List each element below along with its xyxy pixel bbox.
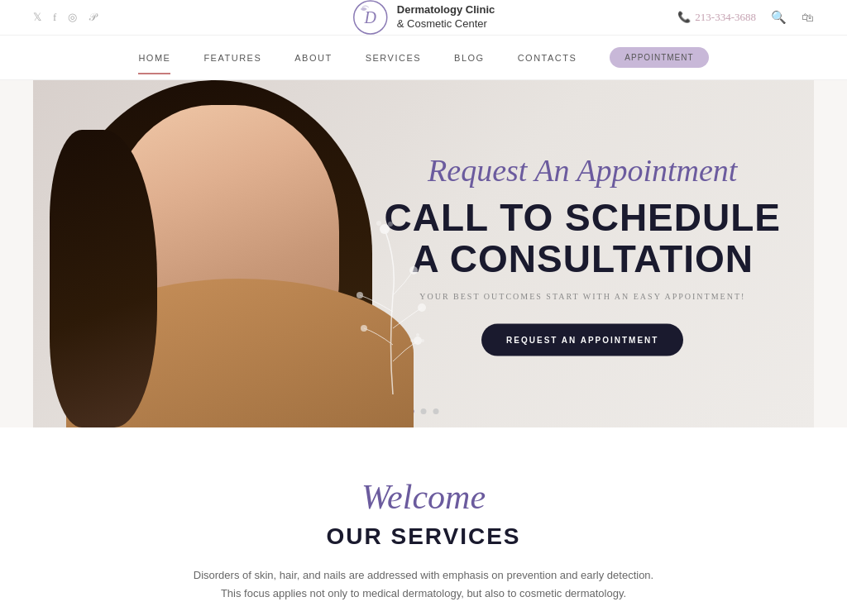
twitter-icon[interactable]: 𝕏 bbox=[33, 11, 41, 24]
logo-icon: D bbox=[352, 0, 389, 36]
svg-point-7 bbox=[416, 333, 419, 337]
welcome-text-line2: This focus applies not only to medical d… bbox=[165, 585, 682, 603]
svg-point-5 bbox=[357, 292, 363, 298]
nav-item-services[interactable]: SERVICES bbox=[366, 53, 421, 63]
facebook-icon[interactable]: f bbox=[53, 11, 56, 24]
svg-point-3 bbox=[361, 325, 367, 332]
dot-2[interactable] bbox=[421, 408, 427, 414]
svg-point-8 bbox=[421, 339, 424, 342]
dot-3[interactable] bbox=[433, 408, 439, 414]
social-icons: 𝕏 f ◎ 𝒫 bbox=[33, 11, 96, 24]
floral-decoration bbox=[339, 212, 447, 394]
hero-title-line2: A CONSULTATION bbox=[412, 237, 754, 280]
nav-item-features[interactable]: FEATURES bbox=[203, 53, 261, 63]
nav-item-appointment[interactable]: APPOINTMENT bbox=[610, 47, 708, 68]
svg-point-11 bbox=[376, 221, 381, 226]
svg-point-12 bbox=[388, 222, 393, 227]
navigation: HOME FEATURES ABOUT SERVICES BLOG CONTAC… bbox=[0, 36, 847, 80]
instagram-icon[interactable]: ◎ bbox=[68, 11, 77, 24]
logo-text: Dermatology Clinic & Cosmetic Center bbox=[397, 3, 495, 31]
phone-number: 📞 213-334-3688 bbox=[677, 11, 756, 24]
phone-icon: 📞 bbox=[677, 11, 691, 24]
svg-point-6 bbox=[409, 266, 418, 275]
logo-line1: Dermatology Clinic bbox=[397, 3, 495, 17]
nav-item-blog[interactable]: BLOG bbox=[454, 53, 485, 63]
hero-section: Request An Appointment CALL TO SCHEDULE … bbox=[33, 80, 814, 427]
search-icon[interactable]: 🔍 bbox=[771, 10, 787, 25]
phone-text: 213-334-3688 bbox=[695, 11, 756, 24]
hero-script-text: Request An Appointment bbox=[385, 152, 781, 190]
svg-point-10 bbox=[380, 224, 390, 234]
logo-line2: & Cosmetic Center bbox=[397, 17, 495, 31]
svg-point-2 bbox=[414, 337, 422, 345]
nav-item-about[interactable]: ABOUT bbox=[294, 53, 332, 63]
nav-item-contacts[interactable]: CONTACTS bbox=[518, 53, 577, 63]
cart-icon[interactable]: 🛍 bbox=[802, 11, 814, 25]
logo: D Dermatology Clinic & Cosmetic Center bbox=[352, 0, 495, 36]
svg-point-9 bbox=[410, 339, 414, 342]
pinterest-icon[interactable]: 𝒫 bbox=[89, 11, 96, 24]
hero-hair-left bbox=[50, 130, 157, 427]
welcome-text-line1: Disorders of skin, hair, and nails are a… bbox=[165, 566, 682, 585]
welcome-section: Welcome OUR SERVICES Disorders of skin, … bbox=[0, 427, 847, 616]
svg-point-4 bbox=[418, 303, 426, 312]
welcome-script: Welcome bbox=[165, 477, 682, 517]
header-right: 📞 213-334-3688 🔍 🛍 bbox=[677, 10, 814, 25]
svg-text:D: D bbox=[364, 8, 377, 26]
nav-item-home[interactable]: HOME bbox=[138, 53, 170, 63]
our-services-title: OUR SERVICES bbox=[165, 523, 682, 550]
top-bar: 𝕏 f ◎ 𝒫 D Dermatology Clinic & Cosmetic … bbox=[0, 0, 847, 36]
request-appointment-button[interactable]: REQUEST AN APPOINTMENT bbox=[481, 323, 683, 356]
